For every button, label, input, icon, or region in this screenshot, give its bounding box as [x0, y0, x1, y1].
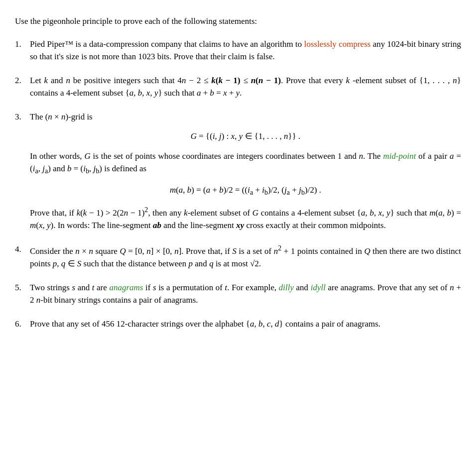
var-G: G	[84, 151, 90, 161]
var-s2: s	[153, 283, 156, 292]
var-p: p	[53, 259, 57, 268]
var-n3: n	[453, 76, 457, 85]
var-k3: k	[346, 76, 350, 85]
var-q2: q	[209, 259, 214, 268]
math-k: k	[212, 76, 216, 85]
var-n8: n	[89, 246, 93, 256]
item3-midpoint-eq: m(a, b) = (a + b)/2 = ((ia + ib)/2, (ja …	[30, 184, 461, 198]
math-n2: n	[258, 76, 263, 85]
var-k5: k	[83, 208, 87, 218]
var-y4: y	[47, 221, 51, 230]
var-p2: p	[189, 259, 193, 268]
midpoint-label: mid-point	[383, 151, 416, 161]
var-n11: n	[274, 246, 278, 256]
var-n6: n	[124, 208, 128, 218]
intro-text: Use the pigeonhole principle to prove ea…	[15, 15, 461, 28]
item1-red-text: losslessly compress	[304, 39, 371, 49]
var-s: s	[72, 283, 75, 292]
var-a7: a	[438, 208, 443, 218]
var-xy: xy	[236, 221, 244, 230]
math-n4: n	[284, 131, 288, 141]
sub-a2: a	[45, 167, 48, 175]
var-a: a	[129, 88, 134, 98]
sub-b4: b	[301, 188, 305, 196]
math-a4: a	[179, 185, 183, 195]
list-item: 3. The (n × n)-grid is G = {(i, j) : x, …	[15, 111, 461, 232]
math-x: x	[231, 131, 235, 141]
sub-b3: b	[264, 188, 268, 196]
sup-2: 2	[144, 206, 148, 214]
item3-para2: In other words, G is the set of points w…	[30, 150, 461, 177]
item2-content: Let k and n be positive integers such th…	[30, 74, 461, 100]
var-alpha-a: a	[250, 319, 254, 329]
math-a5: a	[206, 185, 211, 195]
item-number-6: 6.	[15, 318, 30, 331]
var-ab: ab	[153, 221, 161, 230]
item-number-2: 2.	[15, 74, 30, 87]
var-b6: b	[369, 208, 374, 218]
var-n10: n	[174, 246, 179, 256]
var-n5: n	[359, 151, 363, 161]
item-number-1: 1.	[15, 38, 30, 51]
sub-a3: a	[250, 188, 253, 196]
item3-intro: The (n × n)-grid is	[30, 112, 93, 121]
var-n: n	[66, 76, 70, 85]
var-t2: t	[225, 283, 228, 292]
math-k2: k	[219, 76, 223, 85]
var-t: t	[92, 283, 95, 292]
var-alpha-c: c	[267, 319, 271, 329]
math-y: y	[239, 131, 243, 141]
math-G: G	[191, 131, 197, 141]
var-y2: y	[236, 88, 240, 98]
var-x2: x	[223, 88, 227, 98]
item-number-5: 5.	[15, 281, 30, 294]
math-n: n	[251, 76, 255, 85]
math-j: j	[219, 131, 222, 141]
var-m: m	[429, 208, 435, 218]
var-m2: m	[30, 221, 36, 230]
item3-content: The (n × n)-grid is G = {(i, j) : x, y ∈…	[30, 111, 461, 232]
var-G2: G	[252, 208, 258, 218]
sup-2b: 2	[278, 244, 281, 252]
var-S: S	[233, 246, 237, 256]
math-nxn: n	[48, 112, 52, 121]
item4-content: Consider the n × n square Q = [0, n] × […	[30, 243, 461, 270]
dilly-label: dilly	[279, 283, 294, 292]
item1-text-before: Pied Piper™ is a data-compression compan…	[30, 39, 304, 49]
var-a3: a	[450, 151, 454, 161]
var-S2: S	[77, 259, 82, 268]
var-b2: b	[210, 88, 215, 98]
var-b: b	[138, 88, 142, 98]
var-q: q	[61, 259, 66, 268]
var-k6: k	[184, 208, 188, 218]
item6-content: Prove that any set of 456 12-character s…	[30, 318, 461, 331]
item-number-3: 3.	[15, 111, 30, 123]
math-b5: b	[219, 185, 224, 195]
math-i: i	[213, 131, 215, 141]
list-item: 4. Consider the n × n square Q = [0, n] …	[15, 243, 461, 270]
var-alpha-b: b	[258, 319, 263, 329]
problem-list: 1. Pied Piper™ is a data-compression com…	[15, 38, 461, 331]
item-number-4: 4.	[15, 243, 30, 256]
item3-para3: Prove that, if k(k − 1) > 2(2n − 1)2, th…	[30, 205, 461, 232]
var-k4: k	[77, 208, 81, 218]
sub-a: a	[35, 167, 38, 175]
var-x: x	[146, 88, 150, 98]
anagrams-label: anagrams	[109, 283, 143, 292]
var-n9: n	[146, 246, 151, 256]
var-y3: y	[386, 208, 390, 218]
list-item: 1. Pied Piper™ is a data-compression com…	[15, 38, 461, 63]
var-a2: a	[197, 88, 201, 98]
var-b3: b	[67, 164, 72, 173]
var-b7: b	[447, 208, 452, 218]
idyll-label: idyll	[311, 283, 326, 292]
var-x3: x	[378, 208, 382, 218]
var-n13: n	[36, 295, 41, 305]
math-m: m	[170, 185, 176, 195]
var-n12: n	[450, 283, 454, 292]
var-Q2: Q	[364, 246, 370, 256]
var-n2: n	[182, 76, 186, 85]
list-item: 2. Let k and n be positive integers such…	[15, 74, 461, 100]
var-n7: n	[75, 246, 80, 256]
var-x4: x	[39, 221, 43, 230]
